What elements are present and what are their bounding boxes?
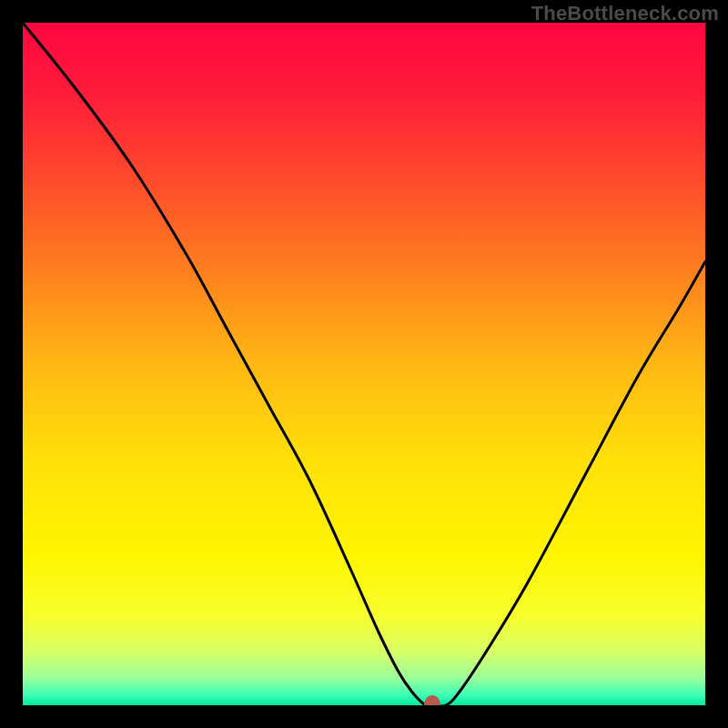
chart-stage: TheBottleneck.com [0, 0, 728, 728]
chart-svg [23, 23, 705, 705]
bottleneck-plot [23, 23, 705, 705]
